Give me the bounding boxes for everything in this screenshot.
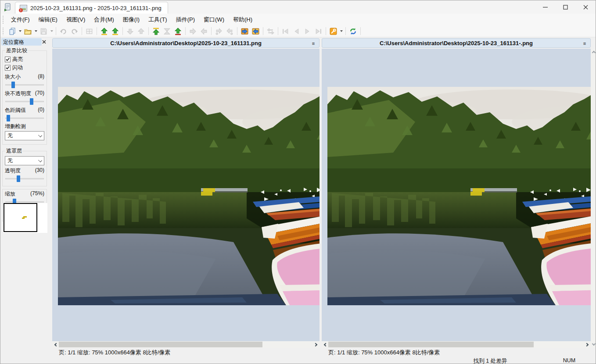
right-pane-status: 页: 1/1 缩放: 75% 1000x664像素 8比特/像素: [322, 348, 591, 357]
panel-title: 定位窗格: [1, 38, 42, 46]
location-pane-panel: 定位窗格 差异比较 高亮 闪动 块大小 (8) 块不透明度 (70): [0, 37, 49, 356]
scroll-up-icon[interactable]: [591, 49, 596, 55]
copy-left-advance-button: [224, 26, 235, 36]
left-horizontal-scrollbar[interactable]: [52, 341, 320, 348]
options-button[interactable]: [328, 26, 339, 36]
minimize-button[interactable]: [535, 0, 555, 14]
diff-count-message: 找到 1 处差异: [442, 357, 539, 364]
menu-edit[interactable]: 编辑(E): [34, 14, 62, 25]
next-diff-button[interactable]: [99, 26, 110, 36]
prev-file-button: [291, 26, 302, 36]
blink-checkbox[interactable]: 闪动: [5, 64, 44, 71]
copy-right-advance-button: [213, 26, 224, 36]
overlay-alpha-value: (30): [35, 167, 44, 175]
location-pane-thumbnail[interactable]: [3, 203, 47, 233]
menu-file[interactable]: 文件(F): [7, 14, 34, 25]
copy-all-left-button[interactable]: [250, 26, 261, 36]
right-horizontal-scrollbar[interactable]: [322, 341, 591, 348]
split-view-button: [84, 26, 95, 36]
overlay-mode-select[interactable]: 无: [5, 156, 44, 165]
save-dropdown: [49, 26, 54, 36]
first-diff-button[interactable]: [151, 26, 162, 36]
new-dropdown[interactable]: [18, 26, 22, 36]
left-file-path: C:\Users\Administrator\Desktop\2025-10-2…: [110, 40, 262, 46]
diff-compare-group: 差异比较 高亮 闪动 块大小 (8) 块不透明度 (70) 色距阈值 (0): [2, 47, 47, 145]
chevron-down-icon: [38, 158, 42, 162]
open-dropdown[interactable]: [33, 26, 38, 36]
new-button[interactable]: [7, 26, 18, 36]
undo-button: [58, 26, 69, 36]
prev-diff-3way-button: [136, 26, 147, 36]
cd-threshold-slider[interactable]: [5, 115, 44, 121]
menu-image[interactable]: 图像(I): [118, 14, 144, 25]
hamburger-menu-icon[interactable]: ≡: [582, 40, 588, 46]
right-image: [327, 87, 591, 305]
right-pane-header[interactable]: C:\Users\Administrator\Desktop\2025-10-2…: [322, 38, 591, 48]
menu-help[interactable]: 帮助(H): [229, 14, 257, 25]
diff-highlight[interactable]: [201, 192, 212, 196]
thumbnail-image-bounds: [4, 203, 37, 232]
left-image-viewport[interactable]: [52, 49, 320, 341]
left-pane-header[interactable]: C:\Users\Administrator\Desktop\2025-10-2…: [52, 38, 320, 48]
scroll-right-icon[interactable]: [313, 341, 320, 348]
scroll-left-icon[interactable]: [322, 341, 328, 348]
right-file-path: C:\Users\Administrator\Desktop\2025-10-2…: [380, 40, 533, 46]
menubar-grip[interactable]: [2, 15, 4, 24]
maximize-button[interactable]: [555, 0, 575, 14]
scroll-left-icon[interactable]: [52, 341, 59, 348]
insertion-detect-select[interactable]: 无: [5, 131, 44, 140]
scrollbar-thumb[interactable]: [59, 342, 262, 347]
menu-view[interactable]: 视图(V): [62, 14, 90, 25]
close-button[interactable]: [575, 0, 596, 14]
checkbox-checked-icon: [5, 57, 11, 62]
panel-close-icon[interactable]: [41, 39, 47, 45]
menu-window[interactable]: 窗口(W): [199, 14, 229, 25]
left-status-text: 页: 1/1 缩放: 75% 1000x664像素 8比特/像素: [59, 349, 170, 357]
menu-plugins[interactable]: 插件(P): [172, 14, 199, 25]
overlay-alpha-slider[interactable]: [5, 175, 44, 182]
insertion-detect-value: 无: [7, 132, 13, 139]
toolbar: [0, 25, 596, 37]
toolbar-grip[interactable]: [2, 27, 4, 35]
left-image: [58, 87, 320, 305]
last-file-button: [313, 26, 324, 36]
blink-label: 闪动: [12, 64, 23, 71]
num-lock-indicator: NUM: [556, 357, 582, 364]
block-alpha-value: (70): [35, 90, 44, 97]
block-alpha-slider[interactable]: [5, 98, 44, 105]
refresh-button[interactable]: [348, 26, 359, 36]
right-status-text: 页: 1/1 缩放: 75% 1000x664像素 8比特/像素: [328, 349, 440, 357]
right-image-viewport[interactable]: [322, 49, 591, 341]
first-file-button: [280, 26, 291, 36]
document-tab[interactable]: ! 2025-10-23_161131.png - 2025-10-23_161…: [15, 2, 168, 14]
last-diff-button[interactable]: [172, 26, 183, 36]
highlight-checkbox[interactable]: 高亮: [5, 56, 44, 63]
diff-highlight[interactable]: [470, 192, 482, 196]
next-file-button: [302, 26, 313, 36]
block-size-slider[interactable]: [5, 82, 44, 88]
copy-all-right-button[interactable]: [239, 26, 250, 36]
checkbox-checked-icon: [5, 65, 11, 71]
current-diff-button: [162, 26, 172, 36]
main-status-bar: 找到 1 处差异 NUM: [0, 357, 596, 364]
menu-tools[interactable]: 工具(T): [144, 14, 172, 25]
options-dropdown[interactable]: [339, 26, 344, 36]
menu-merge[interactable]: 合并(M): [90, 14, 118, 25]
scroll-right-icon[interactable]: [584, 341, 591, 348]
prev-diff-button[interactable]: [110, 26, 121, 36]
hamburger-menu-icon[interactable]: ≡: [310, 40, 316, 46]
chevron-down-icon: [38, 133, 42, 137]
overlay-label: 遮罩层: [5, 147, 23, 155]
open-button[interactable]: [22, 26, 33, 36]
title-bar: ! 2025-10-23_161131.png - 2025-10-23_161…: [0, 0, 596, 14]
block-size-label: 块大小: [5, 73, 21, 81]
tab-title: 2025-10-23_161131.png - 2025-10-23_16113…: [30, 5, 162, 11]
vertical-scrollbar[interactable]: [591, 49, 596, 348]
scrollbar-thumb[interactable]: [328, 342, 534, 347]
scroll-down-icon[interactable]: [591, 341, 596, 348]
overlay-mode-value: 无: [7, 157, 13, 164]
block-alpha-label: 块不透明度: [5, 90, 31, 97]
cd-threshold-value: (0): [38, 107, 44, 114]
highlight-label: 高亮: [12, 56, 23, 63]
zoom-label: 缩放: [5, 190, 15, 198]
